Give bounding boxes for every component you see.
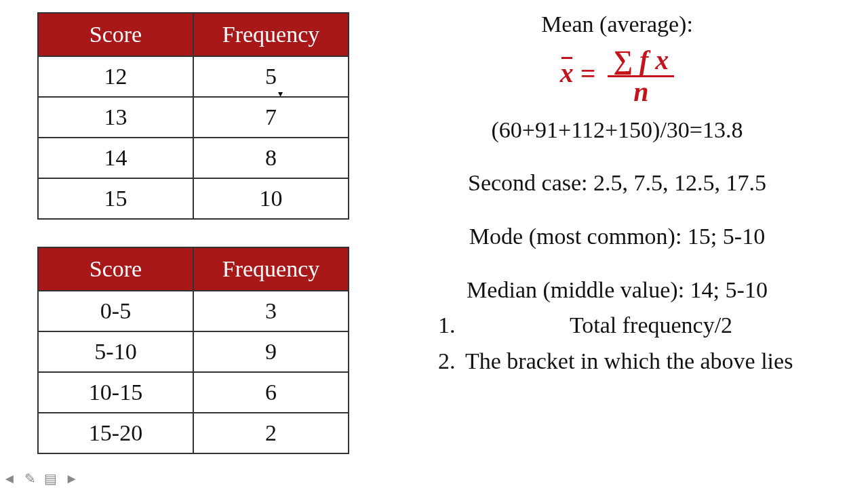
table-row: 14 8 (38, 138, 349, 178)
mode-line: Mode (most common): 15; 5-10 (387, 219, 848, 255)
frequency-table-2: Score Frequency 0-5 3 5-10 9 10-15 6 (37, 247, 349, 454)
mean-calculation: (60+91+112+150)/30=13.8 (387, 113, 848, 148)
prev-slide-icon[interactable]: ◄ (3, 472, 16, 485)
equals-symbol: = (580, 58, 596, 88)
t2-h-score: Score (38, 247, 193, 291)
mean-formula: x = ∑ f x n (560, 47, 675, 106)
fx-symbol: f x (639, 45, 669, 75)
slide-view-icon[interactable]: ▤ (44, 472, 57, 485)
second-case-line: Second case: 2.5, 7.5, 12.5, 17.5 (387, 165, 848, 201)
table-row: 15 10 (38, 178, 349, 219)
table-row: 13 7 (38, 97, 349, 138)
median-step-1: Total frequency/2 (461, 308, 841, 344)
table-row: 10-15 6 (38, 372, 349, 413)
fraction: ∑ f x n (608, 47, 674, 106)
frequency-table-1: Score Frequency 12 5 13 7 14 8 15 (37, 12, 349, 220)
table-row: 0-5 3 (38, 291, 349, 331)
table-row: 15-20 2 (38, 413, 349, 453)
t1-h-score: Score (38, 13, 193, 56)
table-row: 5-10 9 (38, 331, 349, 372)
pen-icon[interactable]: ✎ (24, 472, 36, 485)
t2-h-freq: Frequency (193, 247, 349, 291)
xbar-symbol: x (560, 60, 574, 87)
median-line: Median (middle value): 14; 5-10 (387, 272, 848, 308)
cursor-icon: ▾ (278, 88, 283, 100)
median-steps: Total frequency/2 The bracket in which t… (434, 308, 848, 379)
median-step-2: The bracket in which the above lies (461, 344, 841, 380)
next-slide-icon[interactable]: ► (65, 472, 79, 485)
sigma-symbol: ∑ (613, 45, 633, 75)
slide-toolbar: ◄ ✎ ▤ ► (0, 470, 81, 487)
mean-title: Mean (average): (387, 7, 848, 43)
denominator-n: n (608, 77, 674, 106)
t1-h-freq: Frequency (193, 13, 349, 56)
table-row: 12 5 (38, 56, 349, 97)
